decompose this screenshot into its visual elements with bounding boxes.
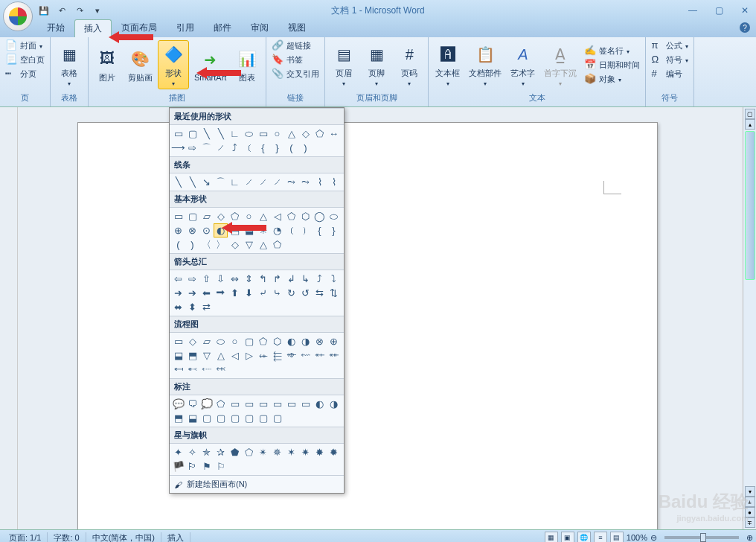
minimize-button[interactable]: — bbox=[684, 4, 702, 17]
shape-item[interactable]: ✶ bbox=[284, 445, 298, 459]
shape-item[interactable]: ⬇ bbox=[242, 286, 256, 300]
dropcap-button[interactable]: A̲首字下沉▾ bbox=[540, 40, 580, 89]
zoom-thumb[interactable] bbox=[700, 533, 706, 542]
shape-item[interactable]: ⊗ bbox=[185, 223, 199, 237]
tab-view[interactable]: 视图 bbox=[278, 19, 315, 37]
shape-item[interactable]: ◇ bbox=[185, 334, 199, 348]
quickparts-button[interactable]: 📋文档部件▾ bbox=[465, 40, 505, 89]
tab-insert[interactable]: 插入 bbox=[74, 19, 112, 37]
shape-item[interactable]: ⇔ bbox=[228, 272, 242, 286]
shape-item[interactable]: ⊙ bbox=[199, 223, 214, 237]
shape-item[interactable]: ⬹ bbox=[214, 363, 228, 377]
shape-item[interactable]: ⬴ bbox=[313, 348, 327, 363]
shape-item[interactable]: ◐ bbox=[284, 334, 298, 348]
shape-item[interactable]: ∟ bbox=[228, 175, 242, 189]
equation-button[interactable]: π公式▾ bbox=[649, 39, 691, 52]
view-draft-icon[interactable]: ▤ bbox=[610, 532, 624, 542]
status-page[interactable]: 页面: 1/1 bbox=[3, 532, 48, 543]
shape-item[interactable]: ⬅ bbox=[199, 286, 214, 300]
shape-item[interactable]: ⇦ bbox=[171, 272, 185, 286]
shape-item[interactable]: ▭ bbox=[256, 127, 270, 141]
shape-item[interactable]: ⇨ bbox=[185, 141, 199, 155]
shape-item[interactable]: ✸ bbox=[313, 445, 327, 459]
datetime-button[interactable]: 📅日期和时间 bbox=[582, 58, 642, 71]
shape-item[interactable]: ⟋ bbox=[242, 175, 256, 189]
picture-button[interactable]: 🖼图片 bbox=[92, 45, 123, 86]
shape-item[interactable]: ✷ bbox=[298, 445, 313, 459]
shape-item[interactable]: ◑ bbox=[327, 397, 341, 411]
shape-item[interactable]: ⬭ bbox=[242, 127, 256, 141]
pagenumber-button[interactable]: #页码▾ bbox=[394, 40, 425, 89]
shape-item[interactable]: ✹ bbox=[327, 445, 341, 459]
textbox-button[interactable]: 🅰文本框▾ bbox=[432, 40, 464, 89]
shape-item[interactable]: ⬠ bbox=[313, 127, 327, 141]
shape-item[interactable]: ▢ bbox=[228, 411, 242, 425]
shape-item[interactable]: ⊕ bbox=[171, 223, 185, 237]
shape-item[interactable]: ⬠ bbox=[242, 445, 256, 459]
shape-item[interactable]: ⬠ bbox=[284, 209, 298, 223]
object-button[interactable]: 📦对象▾ bbox=[582, 72, 642, 86]
shape-item[interactable]: ↲ bbox=[284, 272, 298, 286]
view-fullscreen-icon[interactable]: ▣ bbox=[561, 532, 574, 542]
shape-item[interactable]: ⤳ bbox=[284, 175, 298, 189]
status-mode[interactable]: 插入 bbox=[161, 532, 190, 543]
shape-item[interactable]: ⇧ bbox=[199, 272, 214, 286]
ruler-toggle-icon[interactable]: ▢ bbox=[745, 109, 755, 119]
shape-item[interactable]: ▷ bbox=[242, 348, 256, 363]
number-button[interactable]: #编号 bbox=[649, 67, 685, 80]
shape-item[interactable]: ⬒ bbox=[171, 411, 185, 425]
shape-item[interactable]: ▢ bbox=[242, 334, 256, 348]
smartart-button[interactable]: ➜SmartArt bbox=[190, 45, 230, 84]
shape-item[interactable]: ▱ bbox=[199, 209, 214, 223]
tab-mailings[interactable]: 邮件 bbox=[204, 19, 241, 37]
shape-item[interactable]: ○ bbox=[228, 334, 242, 348]
shape-item[interactable]: ⬲ bbox=[284, 348, 298, 363]
shape-item[interactable]: ↘ bbox=[199, 175, 214, 189]
shape-item[interactable]: ⬷ bbox=[185, 363, 199, 377]
shape-item[interactable]: ○ bbox=[242, 209, 256, 223]
shape-item[interactable]: ✵ bbox=[270, 445, 284, 459]
shape-item[interactable]: ⤶ bbox=[256, 286, 270, 300]
status-words[interactable]: 字数: 0 bbox=[48, 532, 86, 543]
shape-item[interactable]: 🗨 bbox=[185, 397, 199, 411]
shape-item[interactable]: ▭ bbox=[242, 397, 256, 411]
shape-item[interactable]: ⬡ bbox=[270, 334, 284, 348]
shape-item[interactable]: ╲ bbox=[199, 127, 214, 141]
shape-item[interactable]: ▢ bbox=[185, 209, 199, 223]
shape-item[interactable]: ⬸ bbox=[199, 363, 214, 377]
shape-item[interactable]: ⇅ bbox=[327, 286, 341, 300]
bookmark-button[interactable]: 🔖书签 bbox=[269, 53, 305, 66]
vertical-ruler[interactable] bbox=[0, 107, 18, 529]
shape-item[interactable]: ⬠ bbox=[256, 334, 270, 348]
shape-item[interactable]: ⟶ bbox=[171, 141, 185, 155]
blank-page-button[interactable]: 📃空白页 bbox=[3, 53, 47, 66]
view-web-icon[interactable]: 🌐 bbox=[577, 532, 591, 542]
shape-item[interactable]: ▢ bbox=[242, 411, 256, 425]
shape-item[interactable]: ⬌ bbox=[171, 300, 185, 314]
shape-item[interactable]: ↔ bbox=[327, 127, 341, 141]
shape-item[interactable]: } bbox=[327, 223, 341, 237]
shape-item[interactable]: ☀ bbox=[256, 223, 270, 237]
shape-item[interactable]: { bbox=[313, 223, 327, 237]
shape-item[interactable]: ◁ bbox=[228, 348, 242, 363]
redo-icon[interactable]: ↷ bbox=[73, 4, 86, 17]
shape-item[interactable]: ∟ bbox=[228, 127, 242, 141]
shape-item[interactable]: ⇕ bbox=[242, 272, 256, 286]
shape-item[interactable]: ) bbox=[298, 141, 313, 155]
shape-item[interactable]: ↳ bbox=[298, 272, 313, 286]
shape-item[interactable]: ⮕ bbox=[214, 286, 228, 300]
shape-item[interactable]: △ bbox=[256, 209, 270, 223]
shape-item[interactable]: ⤳ bbox=[298, 175, 313, 189]
shape-item[interactable]: ◔ bbox=[270, 223, 284, 237]
shape-item[interactable]: ⇄ bbox=[199, 300, 214, 314]
document-page[interactable] bbox=[77, 122, 658, 529]
shape-item[interactable]: ⟋ bbox=[214, 141, 228, 155]
shape-item[interactable]: ▽ bbox=[242, 237, 256, 252]
shape-item[interactable]: ⬰ bbox=[256, 348, 270, 363]
help-icon[interactable]: ? bbox=[740, 22, 750, 33]
shape-item[interactable]: ╲ bbox=[171, 175, 185, 189]
crossref-button[interactable]: 📎交叉引用 bbox=[269, 67, 321, 80]
shape-item[interactable]: ↱ bbox=[270, 272, 284, 286]
shape-item[interactable]: ↰ bbox=[256, 272, 270, 286]
shape-item[interactable]: ╲ bbox=[185, 175, 199, 189]
